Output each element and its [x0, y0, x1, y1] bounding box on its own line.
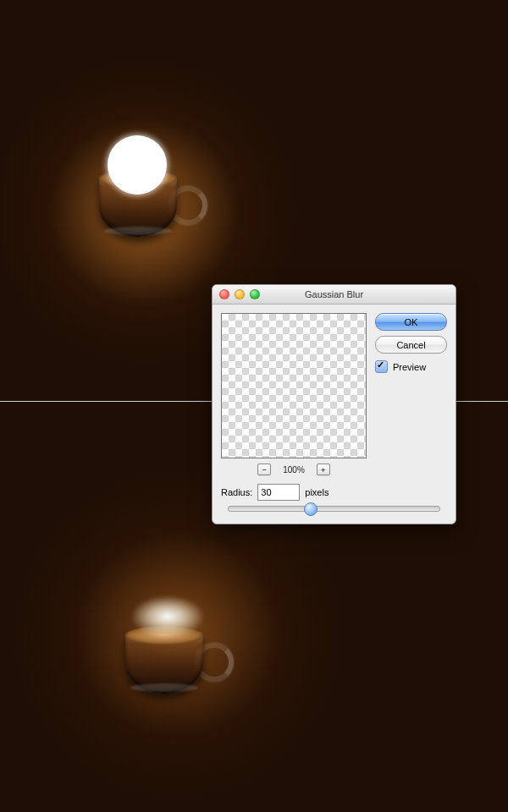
radius-input[interactable] — [257, 484, 300, 501]
radius-slider[interactable] — [228, 506, 440, 512]
gaussian-blur-dialog: Gaussian Blur − 100% + OK — [212, 284, 456, 524]
preview-area[interactable] — [221, 313, 367, 458]
preview-checkbox-label: Preview — [393, 362, 426, 372]
workspace-canvas: Gaussian Blur − 100% + OK — [0, 0, 508, 812]
minimize-window-button[interactable] — [235, 289, 245, 299]
highlight-blur-after — [130, 595, 205, 638]
window-controls — [213, 289, 260, 299]
zoom-level-text: 100% — [283, 465, 305, 475]
cup-body-bottom — [125, 634, 203, 694]
preview-checkbox[interactable] — [375, 360, 388, 373]
zoom-window-button[interactable] — [250, 289, 260, 299]
zoom-in-button[interactable]: + — [317, 464, 330, 475]
radius-unit-label: pixels — [305, 487, 329, 497]
zoom-out-button[interactable]: − — [257, 464, 271, 475]
close-window-button[interactable] — [219, 289, 229, 299]
preview-checkbox-row[interactable]: Preview — [375, 360, 447, 373]
cancel-button[interactable]: Cancel — [375, 336, 447, 354]
dialog-titlebar[interactable]: Gaussian Blur — [213, 285, 456, 304]
minus-icon: − — [262, 465, 266, 474]
radius-slider-thumb[interactable] — [304, 502, 318, 516]
highlight-circle-before — [108, 135, 167, 195]
cancel-button-label: Cancel — [396, 340, 425, 350]
coffee-cup-top — [99, 152, 201, 245]
plus-icon: + — [321, 465, 325, 474]
coffee-cup-bottom — [125, 609, 227, 685]
radius-label: Radius: — [221, 487, 252, 497]
ok-button[interactable]: OK — [375, 313, 447, 331]
ok-button-label: OK — [405, 317, 418, 327]
